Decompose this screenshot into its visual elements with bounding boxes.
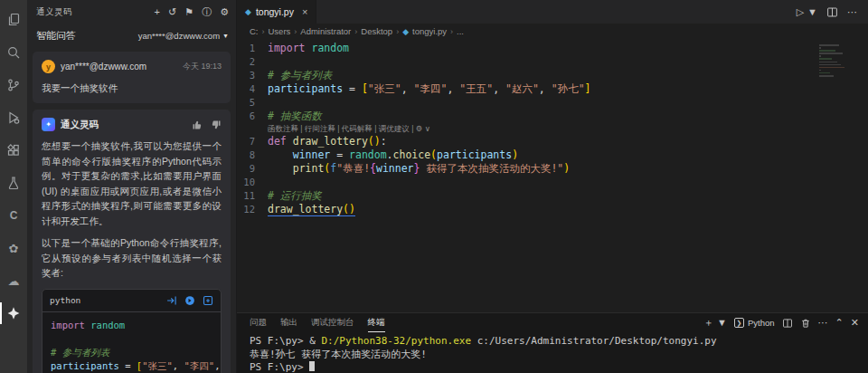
bottom-panel: 问题输出调试控制台终端 ＋ ▼ ❯ Python ⋯ ⌃ ✕ PS F:\py>… (237, 312, 868, 373)
code-editor[interactable]: 1import random23# 参与者列表4participants = [… (237, 39, 868, 312)
chevron-down-icon: ▼ (222, 33, 229, 39)
new-chat-icon[interactable]: + (155, 7, 160, 17)
more-panel-actions-icon[interactable]: ⋯ (818, 318, 828, 328)
code-token: , (539, 82, 552, 95)
code-token: ( (430, 148, 437, 161)
split-editor-icon[interactable] (826, 6, 838, 18)
breadcrumb-item-tongyipy[interactable]: tongyi.py (412, 26, 447, 36)
run-button[interactable]: ▷ (797, 7, 804, 17)
message-time: 今天 19:13 (183, 61, 222, 72)
new-terminal-icon[interactable]: ＋ (703, 318, 713, 328)
breadcrumb-item-desktop[interactable]: Desktop (361, 26, 392, 36)
activity-source-control[interactable] (0, 69, 27, 101)
terminal-output[interactable]: PS F:\py> & D:/Python38-32/python.exe c:… (237, 332, 868, 373)
activity-explorer[interactable] (0, 4, 27, 36)
activity-run-debug[interactable] (0, 101, 27, 134)
code-token (268, 162, 293, 175)
python-file-icon: ◆ (402, 27, 409, 36)
line-number: 4 (237, 82, 268, 96)
line-number: 12 (237, 203, 268, 216)
activity-extensions[interactable] (0, 134, 27, 167)
section-title: 智能问答 (36, 29, 76, 43)
minimap[interactable] (819, 44, 850, 78)
settings-gear-icon[interactable]: ⚙ (220, 7, 229, 17)
tab-tongyi-py[interactable]: ◆ tongyi.py × (237, 0, 316, 24)
activity-huawei-plugin[interactable]: ✿ (0, 232, 27, 264)
code-content: print(f"恭喜!{winner} 获得了本次抽奖活动的大奖!") (268, 162, 570, 176)
panel-tab-问题[interactable]: 问题 (250, 313, 267, 332)
user-message-text: 我要一个抽奖软件 (42, 81, 222, 95)
breadcrumb-separator: › (450, 27, 453, 36)
code-token: participants (268, 82, 343, 95)
code-token: "王五" (459, 82, 493, 95)
code-token: # 参与者列表 (268, 69, 332, 81)
avatar: y (42, 60, 55, 73)
search-icon (6, 45, 21, 60)
codegeex-icon: C (10, 210, 18, 221)
more-actions-icon[interactable]: ⋯ (847, 7, 857, 17)
line-number-spacer (237, 123, 268, 135)
activity-cloud-assistant[interactable]: ☁ (0, 264, 27, 297)
terminal-line: 恭喜!孙七 获得了本次抽奖活动的大奖! (250, 349, 868, 362)
line-number: 6 (237, 110, 268, 123)
insert-code-icon[interactable] (166, 295, 177, 306)
code-line-6: 6# 抽奖函数 (237, 110, 868, 123)
shell-selector[interactable]: ❯ Python (734, 318, 775, 328)
split-terminal-icon[interactable] (782, 318, 793, 329)
activity-search[interactable] (0, 36, 27, 69)
chat-code-line: # 参与者列表 (51, 346, 212, 359)
close-panel-icon[interactable]: ✕ (851, 318, 859, 328)
code-language-label: python (50, 295, 80, 305)
new-file-from-code-icon[interactable] (203, 295, 213, 306)
breadcrumb-item-[interactable]: ... (457, 26, 464, 36)
code-line-3: 3# 参与者列表 (237, 69, 868, 82)
code-token: import (268, 42, 306, 54)
copy-code-icon[interactable] (184, 295, 195, 306)
run-dropdown-icon[interactable]: ▼ (807, 7, 817, 17)
breadcrumb-item-c[interactable]: C: (250, 26, 259, 36)
code-token: "张三" (142, 360, 173, 371)
info-icon[interactable]: ⓘ (202, 7, 212, 17)
code-line-9: 9 print(f"恭喜!{winner} 获得了本次抽奖活动的大奖!") (237, 162, 868, 176)
code-token: participants (51, 360, 119, 371)
activity-testing[interactable] (0, 167, 27, 199)
code-content: def draw_lottery(): (268, 135, 387, 148)
panel-title: 通义灵码 (36, 6, 72, 18)
terminal-dropdown-icon[interactable]: ▼ (717, 318, 727, 328)
maximize-panel-icon[interactable]: ⌃ (835, 318, 844, 328)
code-content: winner = random.choice(participants) (268, 148, 518, 162)
code-token: # 抽奖函数 (268, 110, 322, 122)
feedback-icon[interactable]: ⚑ (184, 7, 193, 17)
code-token: , (214, 360, 222, 371)
code-token (268, 148, 293, 161)
code-content: import random (268, 42, 349, 55)
thumbs-up-icon[interactable] (192, 120, 203, 130)
thumbs-down-icon[interactable] (211, 120, 222, 130)
line-number: 5 (237, 96, 268, 110)
panel-tab-终端[interactable]: 终端 (368, 313, 385, 332)
history-icon[interactable]: ↺ (168, 7, 176, 17)
code-token: ) (563, 162, 570, 175)
activity-codegeex[interactable]: C (0, 199, 27, 232)
line-number: 3 (237, 69, 268, 82)
feedback-buttons (192, 120, 222, 130)
tab-close-icon[interactable]: × (302, 6, 307, 17)
panel-tab-输出[interactable]: 输出 (280, 313, 297, 332)
panel-tab-调试控制台[interactable]: 调试控制台 (311, 313, 354, 332)
breadcrumb-item-administrator[interactable]: Administrator (300, 26, 351, 36)
account-selector[interactable]: yan****@dzwww.com ▼ (138, 31, 229, 41)
editor-actions: ▷ ▼ ⋯ (797, 0, 868, 24)
kill-terminal-icon[interactable] (800, 318, 811, 329)
line-number: 2 (237, 55, 268, 69)
code-token: , (173, 360, 184, 371)
code-content: draw_lottery() (268, 203, 355, 216)
chat-code-line (51, 332, 212, 346)
user-message-header: y yan****@dzwww.com 今天 19:13 (42, 60, 222, 73)
breadcrumb-item-users[interactable]: Users (269, 26, 291, 36)
chat-code-body: import random # 参与者列表participants = ["张三… (42, 312, 221, 373)
tongyi-codelens-actions[interactable]: 函数注释 | 行间注释 | 代码解释 | 调优建议 | ⚙ ∨ (268, 123, 430, 135)
debug-icon (6, 110, 21, 125)
code-token: print (293, 162, 325, 175)
activity-tongyi-lingma[interactable] (0, 297, 27, 330)
side-panel-subheader: 智能问答 yan****@dzwww.com ▼ (27, 24, 236, 47)
